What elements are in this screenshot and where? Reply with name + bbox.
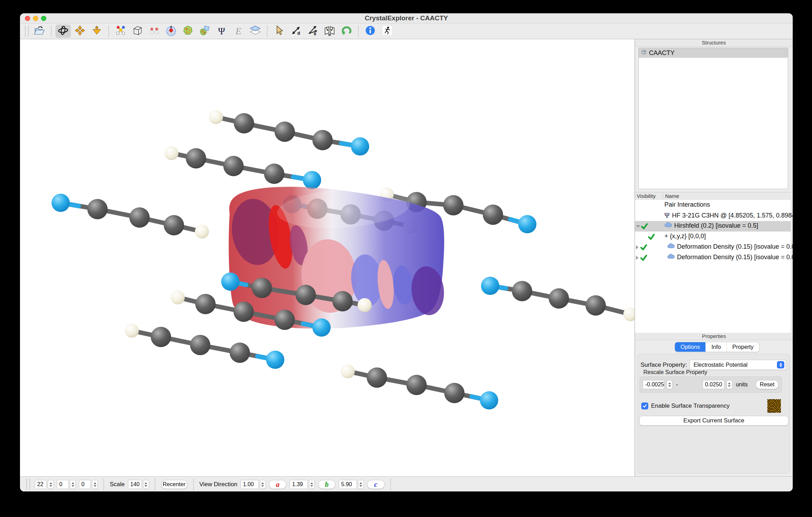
svg-text:θ: θ <box>314 31 316 36</box>
tab-options[interactable]: Options <box>675 342 705 352</box>
measure-dihedral-button[interactable]: φ <box>322 25 337 38</box>
rotation-z-value[interactable]: 0 <box>79 480 91 489</box>
title-bar[interactable]: CrystalExplorer - CAACTY <box>20 13 793 23</box>
view-direction-l-spin[interactable]: 5.90 <box>339 480 364 489</box>
surface-plane-icon <box>199 25 211 38</box>
scale-stepper[interactable] <box>143 480 149 489</box>
export-surface-button[interactable]: Export Current Surface <box>639 416 789 426</box>
run-external-button[interactable] <box>379 25 395 38</box>
view-direction-l-stepper[interactable] <box>358 480 364 489</box>
view-direction-k-stepper[interactable] <box>309 480 315 489</box>
range-max-stepper[interactable] <box>726 380 732 389</box>
rotation-x-stepper[interactable] <box>48 480 54 489</box>
toolbar-separator <box>267 26 268 37</box>
statusbar-separator <box>390 479 391 490</box>
chevron-right-icon[interactable] <box>636 245 638 249</box>
rotation-y-spin[interactable]: 0 <box>57 480 76 489</box>
tree-row-symop[interactable]: + {x,y,z} [0,0,0] <box>635 232 791 242</box>
range-max-field[interactable]: 0.0250 <box>703 380 724 389</box>
toolbar-separator <box>108 26 109 37</box>
chevron-right-icon[interactable] <box>636 256 638 260</box>
svg-text:d: d <box>297 30 300 36</box>
reset-button[interactable]: Reset <box>756 380 779 389</box>
info-icon <box>365 25 376 37</box>
surface-blob-icon <box>182 25 194 37</box>
molecule-icon <box>115 25 126 37</box>
visibility-check-icon[interactable] <box>640 254 648 262</box>
range-min-stepper[interactable] <box>666 380 672 389</box>
scale-tool-button[interactable] <box>89 25 104 38</box>
tree-row-deformation-density-1[interactable]: Deformation Density (0.15) [isovalue = 0… <box>635 242 791 253</box>
energies-button[interactable]: E <box>231 25 246 38</box>
rotate-tool-button[interactable] <box>55 25 71 38</box>
measure-angle-button[interactable]: θ <box>305 25 320 38</box>
main-toolbar: Ψ E <box>20 23 793 39</box>
tree-row-label: HF 3-21G C3HN @ [4.85205, 1.575, 0.89848… <box>672 212 793 219</box>
undo-button[interactable] <box>339 25 354 38</box>
ghost-atoms-button[interactable] <box>147 25 162 38</box>
axis-c-button[interactable]: c <box>367 480 385 489</box>
view-direction-k-value[interactable]: 1.39 <box>290 480 308 489</box>
scale-value[interactable]: 140 <box>128 480 142 489</box>
range-separator: - <box>676 381 678 388</box>
circled-molecule-icon <box>165 25 177 38</box>
complete-fragment-button[interactable] <box>163 25 179 38</box>
view-direction-h-spin[interactable]: 1.00 <box>241 480 266 489</box>
visibility-check-icon[interactable] <box>648 233 655 241</box>
rotation-z-stepper[interactable] <box>92 480 98 489</box>
visibility-check-icon[interactable] <box>640 243 648 251</box>
tree-row-label: Deformation Density (0.15) [isovalue = 0… <box>677 243 793 250</box>
view-direction-l-value[interactable]: 5.90 <box>339 480 357 489</box>
select-tool-button[interactable] <box>271 25 287 38</box>
statusbar-grip[interactable] <box>26 479 30 490</box>
surface-property-select[interactable]: Electrostatic Potential <box>690 360 786 370</box>
wavefunction-button[interactable]: Ψ <box>214 25 229 38</box>
tab-property[interactable]: Property <box>726 342 759 352</box>
visibility-check-icon[interactable] <box>641 222 648 230</box>
move-arrows-icon <box>74 25 86 37</box>
rotation-y-stepper[interactable] <box>70 480 76 489</box>
tree-row-pair-interactions[interactable]: Pair Interactions <box>635 200 791 211</box>
psi-icon: Ψ <box>664 212 670 220</box>
info-button[interactable] <box>363 25 378 38</box>
structures-list[interactable]: CAACTY <box>638 48 788 189</box>
tree-row-deformation-density-2[interactable]: Deformation Density (0.15) [isovalue = 0… <box>635 253 791 263</box>
right-panel: Structures CAACTY <box>635 39 793 476</box>
view-direction-h-stepper[interactable] <box>260 480 266 489</box>
units-label: units <box>736 381 748 388</box>
chevron-down-icon[interactable] <box>636 225 640 228</box>
rotation-z-spin[interactable]: 0 <box>79 480 98 489</box>
surface-property-button[interactable] <box>197 25 212 38</box>
axis-b-button[interactable]: b <box>318 480 336 489</box>
open-file-button[interactable] <box>32 25 47 38</box>
fingerprint-thumbnail[interactable] <box>767 399 781 413</box>
scale-spin[interactable]: 140 <box>128 480 149 489</box>
scale-arrow-icon <box>91 25 102 37</box>
rotation-x-value[interactable]: 22 <box>35 480 47 489</box>
viewport-3d[interactable]: .bond{fill:none;stroke:#666;stroke-width… <box>20 39 635 476</box>
tree-row-wavefunction[interactable]: Ψ HF 3-21G C3HN @ [4.85205, 1.575, 0.898… <box>635 211 791 221</box>
translate-tool-button[interactable] <box>72 25 88 38</box>
unit-cell-button[interactable] <box>130 25 145 38</box>
rotation-x-spin[interactable]: 22 <box>35 480 54 489</box>
view-direction-h-value[interactable]: 1.00 <box>241 480 259 489</box>
view-direction-k-spin[interactable]: 1.39 <box>290 480 315 489</box>
crystal-scene: .bond{fill:none;stroke:#666;stroke-width… <box>20 39 635 476</box>
name-column-header: Name <box>665 193 679 199</box>
generate-atoms-button[interactable] <box>113 25 128 38</box>
surface-icon <box>667 243 675 250</box>
range-min-field[interactable]: -0.0025 <box>643 380 664 389</box>
transparency-checkbox[interactable] <box>641 402 648 409</box>
recenter-button[interactable]: Recenter <box>161 480 188 489</box>
tree-row-hirshfeld[interactable]: Hirshfeld (0.2) [isovalue = 0.5] <box>635 221 791 232</box>
hirshfeld-surface-button[interactable] <box>180 25 196 38</box>
rotation-y-value[interactable]: 0 <box>57 480 69 489</box>
axis-a-button[interactable]: a <box>269 480 286 489</box>
surfaces-tree[interactable]: Pair Interactions Ψ HF 3-21G C3HN @ [4.8… <box>635 200 791 333</box>
measure-distance-button[interactable]: d <box>288 25 304 38</box>
tab-info[interactable]: Info <box>705 342 726 352</box>
screen: CrystalExplorer - CAACTY <box>0 0 812 517</box>
planes-button[interactable] <box>248 25 263 38</box>
structure-row-caacty[interactable]: CAACTY <box>639 48 788 58</box>
toolbar-grip[interactable] <box>25 26 29 36</box>
